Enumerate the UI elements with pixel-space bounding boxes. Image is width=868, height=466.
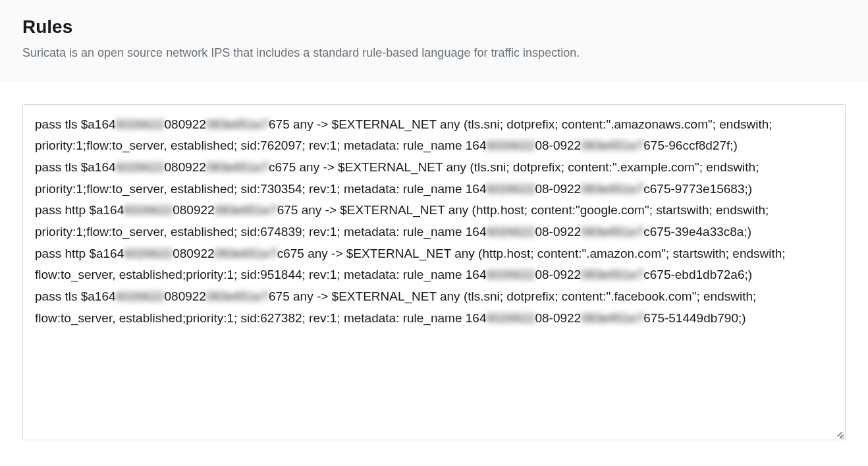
- redacted-text: 6026622: [124, 203, 173, 217]
- rules-textarea[interactable]: pass tls $a1646026622080922083e651e7675 …: [22, 104, 846, 440]
- redacted-text: 6026622: [486, 138, 535, 152]
- redacted-text: 083e651e7: [581, 311, 643, 325]
- rule-text: pass tls $a164: [35, 289, 116, 303]
- rule-text: 080922: [165, 117, 206, 131]
- redacted-text: 6026622: [486, 311, 535, 325]
- rule-text: pass tls $a164: [35, 160, 116, 174]
- rule-text: 08-0922: [535, 225, 581, 239]
- rule-text: pass http $a164: [35, 203, 124, 217]
- rule-line: pass tls $a1646026622080922083e651e7c675…: [35, 160, 759, 196]
- rule-text: 08-0922: [535, 182, 581, 196]
- redacted-text: 6026622: [116, 160, 165, 174]
- rule-line: pass tls $a1646026622080922083e651e7675 …: [35, 289, 756, 325]
- rule-text: 080922: [173, 247, 214, 260]
- resize-handle-icon: [834, 428, 843, 438]
- rule-text: c675-9773e15683;): [643, 182, 752, 196]
- redacted-text: 083e651e7: [206, 289, 269, 303]
- rule-text: 675-96ccf8d27f;): [643, 138, 738, 152]
- rule-text: 080922: [165, 289, 206, 303]
- rule-text: c675-39e4a33c8a;): [643, 225, 751, 239]
- rule-text: 080922: [165, 160, 206, 174]
- rule-text: 675-51449db790;): [643, 311, 746, 325]
- redacted-text: 6026622: [486, 225, 535, 239]
- rule-line: pass http $a1646026622080922083e651e7675…: [35, 203, 769, 239]
- redacted-text: 6026622: [486, 182, 535, 196]
- redacted-text: 083e651e7: [581, 225, 643, 239]
- redacted-text: 083e651e7: [581, 138, 643, 152]
- redacted-text: 083e651e7: [581, 182, 643, 196]
- redacted-text: 083e651e7: [206, 160, 269, 174]
- redacted-text: 083e651e7: [206, 117, 269, 131]
- redacted-text: 6026622: [486, 268, 535, 281]
- rule-text: c675-ebd1db72a6;): [643, 268, 752, 281]
- redacted-text: 083e651e7: [215, 203, 277, 217]
- redacted-text: 6026622: [116, 117, 165, 131]
- rule-text: 08-0922: [535, 311, 581, 325]
- redacted-text: 6026622: [116, 289, 165, 303]
- rule-text: pass http $a164: [35, 247, 124, 260]
- redacted-text: 6026622: [124, 247, 173, 260]
- redacted-text: 083e651e7: [215, 247, 277, 260]
- rule-text: pass tls $a164: [35, 117, 116, 131]
- rule-line: pass tls $a1646026622080922083e651e7675 …: [35, 117, 773, 153]
- page-title: Rules: [22, 16, 846, 38]
- redacted-text: 083e651e7: [581, 268, 643, 281]
- page-subtitle: Suricata is an open source network IPS t…: [22, 45, 846, 61]
- rule-text: 08-0922: [535, 268, 581, 281]
- rule-text: 080922: [173, 203, 214, 217]
- rule-line: pass http $a1646026622080922083e651e7c67…: [35, 247, 786, 282]
- rule-text: 08-0922: [535, 138, 581, 152]
- content-area: pass tls $a1646026622080922083e651e7675 …: [0, 80, 868, 450]
- rules-header: Rules Suricata is an open source network…: [0, 0, 868, 80]
